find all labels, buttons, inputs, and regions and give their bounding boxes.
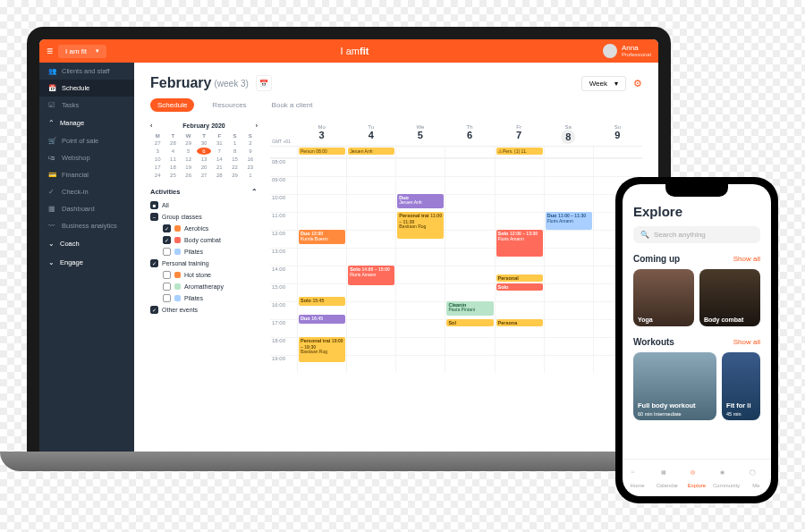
- person-icon: ◯: [750, 469, 762, 481]
- card-yoga[interactable]: Yoga: [633, 269, 694, 326]
- event-solo[interactable]: Solo 14:00 – 15:00Floris Amann: [348, 266, 394, 285]
- laptop-frame: ≡ I am fit ▾ I amfit Anna Professional 👥…: [27, 27, 671, 465]
- cal-day-5[interactable]: We5: [395, 122, 445, 146]
- tab-explore[interactable]: ◎Explore: [682, 460, 711, 496]
- card-fit-for-life[interactable]: Fit for li 45 min: [722, 352, 760, 420]
- sidebar-item-checkin[interactable]: ✓Check-in: [39, 183, 134, 200]
- allday-event[interactable]: ⚠ Pers. (1) 11.: [496, 148, 543, 155]
- sidebar-item-pos[interactable]: 🛒Point of sale: [39, 132, 134, 149]
- activity-body-combat[interactable]: ✓Body combat: [163, 234, 258, 246]
- app-logo: I amfit: [106, 46, 603, 56]
- activity-other[interactable]: ✓Other events: [150, 304, 258, 316]
- cal-day-8[interactable]: Sa8: [544, 122, 593, 146]
- event-duo[interactable]: Duo 12:00Kurnle Boerm: [299, 230, 345, 244]
- cal-day-7[interactable]: Fr7: [495, 122, 544, 146]
- search-icon: 🔍: [640, 231, 649, 239]
- next-month-icon: ›: [256, 122, 258, 129]
- user-role: Professional: [622, 52, 651, 57]
- today-button[interactable]: 📅: [256, 75, 272, 91]
- chevron-down-icon: ⌄: [48, 240, 55, 248]
- phone-search[interactable]: 🔍Search anything: [633, 226, 760, 243]
- activity-aerobics[interactable]: ✓Aerobics: [163, 223, 258, 234]
- event-cleanin[interactable]: CleaninPaula Pintani: [446, 301, 493, 316]
- sidebar-section-engage[interactable]: ⌄Engage: [39, 253, 134, 272]
- event-personal trai[interactable]: Personal trai 18:00 – 19:30Bastiaan Rog: [299, 337, 345, 362]
- phone-screen: Explore 🔍Search anything Coming up Show …: [623, 184, 771, 496]
- cal-day-6[interactable]: Th6: [445, 122, 494, 146]
- topbar: ≡ I am fit ▾ I amfit Anna Professional: [39, 39, 658, 63]
- allday-event[interactable]: Person 08:00: [299, 148, 345, 155]
- tab-home[interactable]: ⌂Home: [623, 460, 652, 496]
- user-menu[interactable]: Anna Professional: [603, 44, 651, 58]
- tab-community[interactable]: ◉Community: [712, 460, 741, 496]
- activity-hot-stone[interactable]: Hot stone: [163, 269, 258, 281]
- show-all-link[interactable]: Show all: [733, 338, 760, 346]
- activity-pilates[interactable]: Pilates: [163, 246, 258, 258]
- tab-book[interactable]: Book a client: [265, 98, 320, 112]
- community-icon: ◉: [720, 469, 733, 481]
- home-icon: ⌂: [631, 469, 644, 481]
- activities-title: Activities: [150, 188, 180, 196]
- event-solo[interactable]: Solo 15:45: [299, 297, 345, 306]
- cal-day-9[interactable]: Su9: [593, 122, 642, 146]
- sidebar-item-clients[interactable]: 👥Clients and staff: [39, 63, 134, 80]
- sidebar-item-financial[interactable]: 💳Financial: [39, 166, 134, 183]
- activity-pt[interactable]: ✓Personal training: [150, 258, 258, 269]
- tab-schedule[interactable]: Schedule: [150, 98, 194, 112]
- sidebar-item-tasks[interactable]: ☑Tasks: [39, 97, 134, 114]
- activity-group[interactable]: −Group classes: [150, 211, 258, 223]
- activity-all[interactable]: ■All: [150, 199, 258, 211]
- chevron-down-icon: ⌄: [48, 258, 55, 266]
- chevron-up-icon: ⌃: [251, 188, 258, 196]
- sidebar-item-schedule[interactable]: 📅Schedule: [39, 80, 134, 97]
- avatar: [603, 44, 617, 58]
- view-selector[interactable]: Week▾: [581, 76, 626, 91]
- sidebar-item-analytics[interactable]: 〰Business analytics: [39, 217, 134, 234]
- calendar-icon: ▦: [661, 469, 674, 481]
- menu-icon[interactable]: ≡: [47, 45, 53, 57]
- event-solo[interactable]: Solo 12:00 – 13:30Floris Amann: [496, 230, 543, 257]
- cal-day-4[interactable]: Tu4: [346, 122, 395, 146]
- activity-pilates[interactable]: Pilates: [163, 292, 258, 304]
- cal-day-3[interactable]: Mo3: [297, 122, 346, 146]
- event-personal trai[interactable]: Personal trai 11:00 – 11:30Bastiaan Rog: [397, 212, 444, 239]
- event-solo[interactable]: Solo: [496, 283, 543, 291]
- tab-calendar[interactable]: ▦Calendar: [652, 460, 682, 496]
- event-duo[interactable]: Duo 16:45: [299, 315, 345, 324]
- workouts-title: Workouts: [633, 337, 674, 347]
- allday-event[interactable]: Jeroen Anh: [348, 148, 394, 155]
- chevron-down-icon: ▾: [96, 47, 99, 55]
- event-personal[interactable]: Personal: [496, 274, 543, 282]
- event-sol[interactable]: Sol: [446, 319, 493, 326]
- coming-up-title: Coming up: [633, 254, 680, 264]
- sidebar-item-webshop[interactable]: 🛍Webshop: [39, 149, 134, 166]
- card-body-combat[interactable]: Body combat: [699, 269, 760, 326]
- show-all-link[interactable]: Show all: [733, 255, 760, 263]
- sidebar: 👥Clients and staff 📅Schedule ☑Tasks ⌃Man…: [39, 63, 134, 465]
- page-title: February: [150, 75, 211, 91]
- phone-frame: Explore 🔍Search anything Coming up Show …: [615, 177, 778, 503]
- event-persona[interactable]: Persona: [496, 319, 543, 326]
- phone-tabbar: ⌂Home ▦Calendar ◎Explore ◉Community ◯Me: [623, 459, 771, 496]
- chevron-up-icon: ⌃: [48, 119, 55, 127]
- gear-icon[interactable]: ⚙: [633, 78, 642, 89]
- activity-aromatherapy[interactable]: Aromatherapy: [163, 281, 258, 292]
- user-name: Anna: [622, 45, 651, 52]
- event-duo[interactable]: DuoJeroen Anh: [397, 194, 444, 208]
- mini-calendar[interactable]: ‹February 2020› MTWTFSS 2728293031123456…: [150, 122, 258, 179]
- tab-me[interactable]: ◯Me: [741, 460, 771, 496]
- phone-title: Explore: [633, 204, 760, 219]
- page-subtitle: (week 3): [214, 79, 248, 89]
- card-full-body[interactable]: Full body workout 60 min Intermediate: [633, 352, 716, 420]
- sidebar-section-coach[interactable]: ⌄Coach: [39, 234, 134, 253]
- sidebar-section-manage[interactable]: ⌃Manage: [39, 114, 134, 132]
- event-duo[interactable]: Duo 11:00 – 11:30Floris Amann: [546, 212, 592, 230]
- sidebar-item-dashboard[interactable]: ▦Dashboard: [39, 200, 134, 217]
- chevron-down-icon: ▾: [614, 80, 618, 88]
- prev-month-icon: ‹: [150, 122, 152, 129]
- calendar-grid: GMT +01Mo3Tu4We5Th6Fr7Sa8Su9 Person 08:0…: [270, 122, 642, 373]
- brand-dropdown[interactable]: I am fit ▾: [58, 45, 106, 58]
- app-screen: ≡ I am fit ▾ I amfit Anna Professional 👥…: [39, 39, 658, 465]
- tab-resources[interactable]: Resources: [205, 98, 253, 112]
- brand-dropdown-label: I am fit: [65, 47, 87, 55]
